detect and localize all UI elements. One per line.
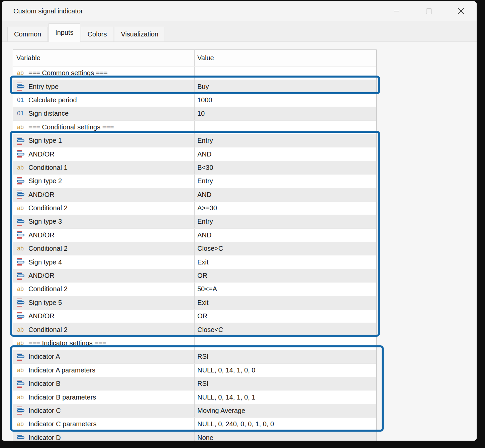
param-name-cell: AND/OR (13, 269, 194, 282)
param-name-cell: Entry type (13, 80, 194, 93)
table-row[interactable]: Indicator C Moving Average (13, 404, 376, 418)
close-button[interactable] (453, 4, 469, 18)
enum-param-icon (17, 218, 26, 226)
param-name-cell: ab Conditional 1 (13, 161, 194, 174)
table-row[interactable]: Sign type 5 Exit (13, 296, 376, 310)
param-value-cell[interactable]: RSI (194, 350, 376, 363)
param-label: Indicator B (28, 380, 61, 387)
param-label: Conditional 2 (28, 204, 68, 212)
param-name-cell: AND/OR (13, 147, 194, 160)
param-label: Indicator C (28, 407, 61, 415)
tab-common[interactable]: Common (7, 27, 48, 41)
param-value-cell[interactable]: Close<C (194, 323, 376, 336)
table-row[interactable]: AND/OR AND (13, 229, 376, 242)
table-row[interactable]: ab Indicator C parameters NULL, 0, 240, … (13, 418, 376, 431)
param-label: Sign distance (28, 110, 69, 117)
title-bar: Custom signal indicator (2, 1, 477, 21)
table-row[interactable]: Sign type 3 Entry (13, 215, 376, 228)
minimize-button[interactable] (389, 4, 404, 18)
param-value-cell[interactable]: Exit (194, 296, 376, 309)
enum-param-icon (17, 299, 26, 307)
param-value-cell[interactable]: NULL, 0, 14, 1, 0, 0 (194, 364, 376, 377)
table-row[interactable]: ab Conditional 2 Close<C (13, 323, 376, 336)
text-param-icon: ab (17, 205, 26, 212)
table-row[interactable]: AND/OR OR (13, 269, 376, 283)
param-value-cell[interactable] (194, 121, 376, 134)
param-value-cell[interactable]: 50<=A (194, 283, 376, 296)
param-value-cell[interactable]: Buy (194, 80, 376, 93)
param-value-cell[interactable]: B<30 (194, 161, 376, 174)
table-row[interactable]: Sign type 4 Exit (13, 255, 376, 269)
text-param-icon: ab (17, 124, 26, 131)
table-row[interactable]: Entry type Buy (13, 80, 376, 93)
param-name-cell: ab === Indicator settings === (13, 337, 194, 350)
param-name-cell: Sign type 3 (13, 215, 194, 228)
param-name-cell: Indicator B (13, 377, 194, 390)
table-row[interactable]: Sign type 2 Entry (13, 175, 376, 188)
table-row[interactable]: Indicator B RSI (13, 377, 376, 390)
table-row[interactable]: 01 Calculate period 1000 (13, 94, 376, 107)
param-value-cell[interactable]: 10 (194, 107, 376, 120)
param-value-cell[interactable]: Exit (194, 255, 376, 268)
tab-inputs[interactable]: Inputs (48, 23, 80, 42)
param-value-cell[interactable]: Close>C (194, 242, 376, 255)
param-value-cell[interactable]: OR (194, 269, 376, 282)
param-value-cell[interactable]: Entry (194, 134, 376, 147)
param-value-cell[interactable]: NULL, 0, 240, 0, 0, 1, 0, 0 (194, 418, 376, 431)
enum-param-icon (17, 137, 26, 145)
param-label: AND/OR (28, 231, 55, 239)
enum-param-icon (17, 434, 26, 441)
param-value-cell[interactable] (194, 67, 376, 80)
param-value-cell[interactable]: Entry (194, 175, 376, 188)
param-name-cell: ab Conditional 2 (13, 242, 194, 255)
param-value-cell[interactable]: 1000 (194, 94, 376, 107)
param-value-cell[interactable]: RSI (194, 377, 376, 390)
param-value-cell[interactable]: AND (194, 188, 376, 201)
table-row[interactable]: Indicator D None (13, 431, 376, 441)
param-value-cell[interactable]: A>=30 (194, 202, 376, 215)
param-value-cell[interactable]: NULL, 0, 14, 1, 0, 1 (194, 390, 376, 404)
param-value-cell[interactable] (194, 337, 376, 350)
param-name-cell: ab Indicator B parameters (13, 390, 194, 404)
table-row[interactable]: AND/OR AND (13, 188, 376, 202)
table-row[interactable]: ab === Common settings === (13, 67, 376, 80)
param-name-cell: ab Conditional 2 (13, 283, 194, 296)
table-row[interactable]: ab Conditional 2 A>=30 (13, 202, 376, 215)
table-row[interactable]: AND/OR OR (13, 310, 376, 323)
param-value-cell[interactable]: AND (194, 229, 376, 242)
table-row[interactable]: ab Conditional 1 B<30 (13, 161, 376, 175)
param-name-cell: Sign type 5 (13, 296, 194, 309)
param-name-cell: ab Conditional 2 (13, 202, 194, 215)
number-param-icon: 01 (17, 97, 26, 104)
table-row[interactable]: ab Indicator A parameters NULL, 0, 14, 1… (13, 364, 376, 377)
param-label: Sign type 1 (28, 137, 62, 144)
table-row[interactable]: 01 Sign distance 10 (13, 107, 376, 120)
table-row[interactable]: ab Indicator B parameters NULL, 0, 14, 1… (13, 390, 376, 404)
tab-colors[interactable]: Colors (81, 27, 114, 41)
maximize-button[interactable] (421, 4, 436, 18)
param-value-cell[interactable]: AND (194, 147, 376, 160)
enum-param-icon (17, 191, 26, 199)
param-name-cell: 01 Sign distance (13, 107, 194, 120)
tab-visualization[interactable]: Visualization (114, 27, 165, 41)
param-label: Calculate period (28, 96, 77, 104)
table-row[interactable]: ab Conditional 2 50<=A (13, 283, 376, 296)
table-row[interactable]: Sign type 1 Entry (13, 134, 376, 147)
param-name-cell: Indicator C (13, 404, 194, 417)
param-value-cell[interactable]: OR (194, 310, 376, 323)
table-row[interactable]: ab Conditional 2 Close>C (13, 242, 376, 255)
param-value-cell[interactable]: None (194, 431, 376, 441)
text-param-icon: ab (17, 367, 26, 374)
table-row[interactable]: ab === Indicator settings === (13, 337, 376, 350)
table-row[interactable]: ab === Conditional settings === (13, 121, 376, 134)
enum-param-icon (17, 407, 26, 415)
table-row[interactable]: Indicator A RSI (13, 350, 376, 363)
enum-param-icon (17, 353, 26, 361)
param-label: Conditional 2 (28, 285, 68, 293)
table-row[interactable]: AND/OR AND (13, 147, 376, 161)
param-name-cell: 01 Calculate period (13, 94, 194, 107)
param-value-cell[interactable]: Moving Average (194, 404, 376, 417)
number-param-icon: 01 (17, 110, 26, 117)
param-label: Sign type 5 (28, 299, 62, 307)
param-value-cell[interactable]: Entry (194, 215, 376, 228)
